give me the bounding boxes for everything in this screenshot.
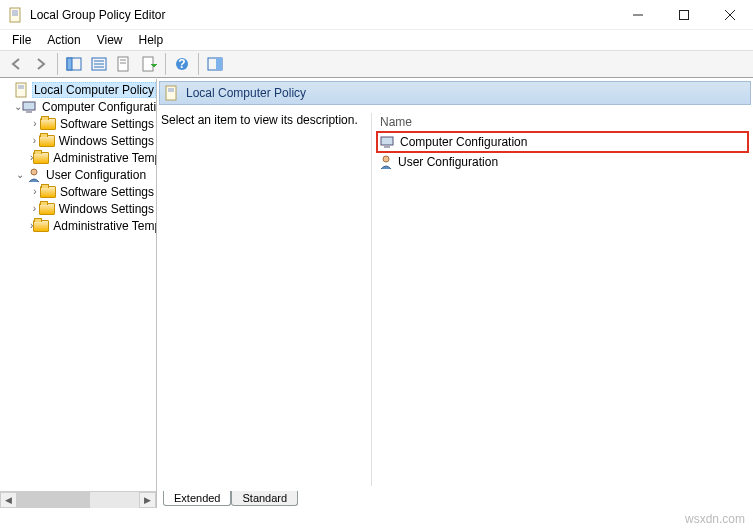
svg-rect-32 [384,146,390,148]
properties-button[interactable] [112,52,136,76]
minimize-button[interactable] [615,0,661,30]
svg-point-27 [31,169,37,175]
filter-button[interactable] [203,52,227,76]
collapse-icon[interactable]: ⌄ [14,101,22,112]
column-header-name[interactable]: Name [376,113,749,131]
title-bar: Local Group Policy Editor [0,0,753,30]
description-text: Select an item to view its description. [161,113,371,486]
tree-label: Local Computer Policy [32,82,156,98]
close-button[interactable] [707,0,753,30]
menu-file[interactable]: File [4,31,39,49]
tree-software-settings[interactable]: › Software Settings [0,183,156,200]
tree-pane: Local Computer Policy ⌄ Computer Configu… [0,79,157,508]
scroll-thumb[interactable] [17,492,90,508]
scroll-right-button[interactable]: ▶ [139,492,156,508]
tree-windows-settings[interactable]: › Windows Settings [0,132,156,149]
forward-button[interactable] [29,52,53,76]
user-icon [26,167,42,183]
tab-extended[interactable]: Extended [163,491,231,506]
tree-horizontal-scrollbar[interactable]: ◀ ▶ [0,491,156,508]
computer-icon [22,99,38,115]
svg-rect-9 [67,58,72,70]
detail-body: Select an item to view its description. … [157,105,753,486]
tree-label: Software Settings [58,117,156,131]
scroll-left-button[interactable]: ◀ [0,492,17,508]
toolbar-separator [198,53,199,75]
window-title: Local Group Policy Editor [30,8,615,22]
tree-label: Software Settings [58,185,156,199]
workspace: Local Computer Policy ⌄ Computer Configu… [0,78,753,508]
menu-view[interactable]: View [89,31,131,49]
detail-pane: Local Computer Policy Select an item to … [157,79,753,508]
folder-icon [39,201,55,217]
detail-header: Local Computer Policy [159,81,751,105]
expand-icon[interactable]: › [30,186,40,197]
back-button[interactable] [4,52,28,76]
tree-label: User Configuration [44,168,148,182]
svg-point-33 [383,156,389,162]
detail-tabs: Extended Standard [159,486,751,506]
maximize-button[interactable] [661,0,707,30]
tree-label: Windows Settings [57,202,156,216]
expand-icon[interactable]: › [30,203,39,214]
tree-label: Windows Settings [57,134,156,148]
app-icon [8,7,24,23]
scroll-track[interactable] [17,492,139,508]
list-item-user-configuration[interactable]: User Configuration [376,153,749,171]
tree-root[interactable]: Local Computer Policy [0,81,156,98]
svg-rect-22 [16,83,26,97]
svg-rect-31 [381,137,393,145]
toolbar-separator [165,53,166,75]
tree-admin-templates[interactable]: › Administrative Templates [0,217,156,234]
svg-rect-26 [26,111,32,113]
export-list-button[interactable] [87,52,111,76]
tree-windows-settings[interactable]: › Windows Settings [0,200,156,217]
expand-icon[interactable]: › [30,135,39,146]
collapse-icon[interactable]: ⌄ [14,169,26,180]
detail-title: Local Computer Policy [186,86,306,100]
folder-icon [39,133,55,149]
list-item-label: Computer Configuration [400,135,527,149]
tree-computer-configuration[interactable]: ⌄ Computer Configuration [0,98,156,115]
list-column: Name Computer Configuration User Configu… [371,113,749,486]
tree-admin-templates[interactable]: › Administrative Templates [0,149,156,166]
toolbar: ? [0,50,753,78]
tab-standard[interactable]: Standard [231,491,298,506]
folder-icon [33,218,49,234]
menu-help[interactable]: Help [131,31,172,49]
svg-text:?: ? [178,57,185,71]
list-item-label: User Configuration [398,155,498,169]
policy-icon [14,82,30,98]
tree-user-configuration[interactable]: ⌄ User Configuration [0,166,156,183]
svg-rect-21 [216,58,222,70]
folder-icon [33,150,49,166]
computer-icon [380,134,396,150]
tree-label: Administrative Templates [51,219,157,233]
expand-icon[interactable]: › [30,118,40,129]
svg-rect-14 [118,57,128,71]
tree-label: Computer Configuration [40,100,157,114]
folder-icon [40,184,56,200]
help-button[interactable]: ? [170,52,194,76]
menu-bar: File Action View Help [0,30,753,50]
refresh-button[interactable] [137,52,161,76]
show-hide-tree-button[interactable] [62,52,86,76]
policy-tree[interactable]: Local Computer Policy ⌄ Computer Configu… [0,79,156,234]
svg-rect-25 [23,102,35,110]
tree-software-settings[interactable]: › Software Settings [0,115,156,132]
svg-rect-28 [166,86,176,100]
tree-label: Administrative Templates [51,151,157,165]
folder-icon [40,116,56,132]
list-item-computer-configuration[interactable]: Computer Configuration [376,131,749,153]
policy-icon [164,85,180,101]
watermark: wsxdn.com [685,512,745,526]
menu-action[interactable]: Action [39,31,88,49]
user-icon [378,154,394,170]
svg-rect-5 [680,10,689,19]
toolbar-separator [57,53,58,75]
